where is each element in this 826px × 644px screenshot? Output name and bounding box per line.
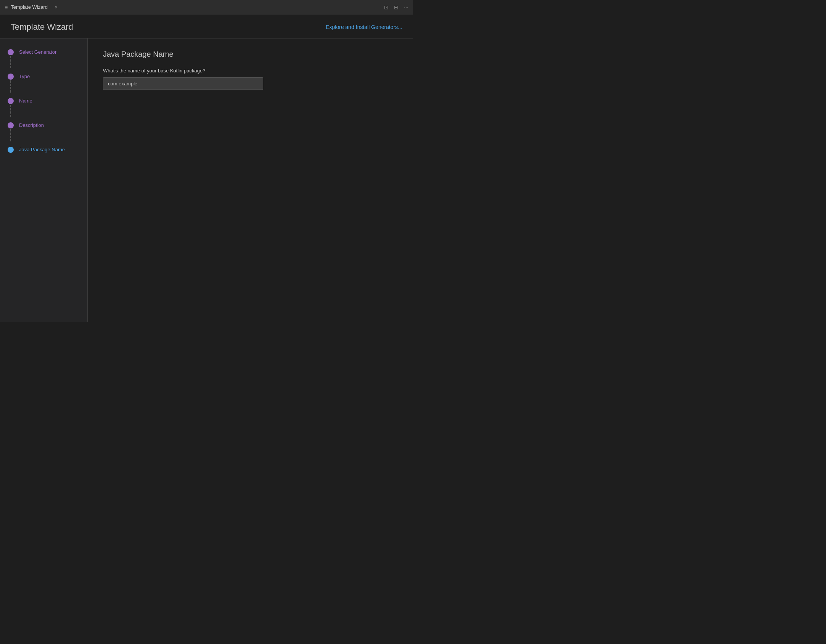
terminal-icon[interactable]: ⊡ — [384, 4, 389, 10]
split-icon[interactable]: ⊟ — [394, 4, 399, 10]
step-connector-5 — [8, 146, 14, 153]
main-header: Template Wizard Explore and Install Gene… — [0, 14, 413, 38]
step-line-2 — [10, 80, 11, 93]
step-item-name[interactable]: Name — [8, 95, 87, 119]
step-item-description[interactable]: Description — [8, 119, 87, 144]
step-line-4 — [10, 129, 11, 141]
title-bar-controls: ⊡ ⊟ ··· — [384, 4, 408, 10]
step-label-description: Description — [19, 122, 44, 129]
sidebar: Select Generator Type Name — [0, 38, 88, 322]
step-dot-2 — [8, 74, 14, 80]
step-dot-1 — [8, 49, 14, 55]
step-list: Select Generator Type Name — [0, 46, 87, 155]
step-item-java-package-name[interactable]: Java Package Name — [8, 144, 87, 155]
step-dot-3 — [8, 98, 14, 104]
page-title: Template Wizard — [11, 22, 73, 32]
title-bar-left: ≡ Template Wizard × — [5, 3, 59, 11]
more-icon[interactable]: ··· — [404, 4, 408, 10]
step-connector-4 — [8, 122, 14, 141]
step-connector-3 — [8, 97, 14, 117]
close-button[interactable]: × — [53, 3, 59, 11]
package-name-input[interactable] — [103, 77, 263, 90]
step-dot-4 — [8, 122, 14, 128]
main-content: Java Package Name What's the name of you… — [88, 38, 413, 322]
window-title: Template Wizard — [11, 4, 48, 10]
title-bar: ≡ Template Wizard × ⊡ ⊟ ··· — [0, 0, 413, 14]
step-dot-5 — [8, 147, 14, 153]
field-label: What's the name of your base Kotlin pack… — [103, 68, 398, 74]
hamburger-icon: ≡ — [5, 4, 8, 10]
section-title: Java Package Name — [103, 50, 398, 59]
step-label-name: Name — [19, 97, 32, 104]
step-item-select-generator[interactable]: Select Generator — [8, 46, 87, 70]
content-area: Select Generator Type Name — [0, 38, 413, 322]
step-line-3 — [10, 105, 11, 117]
step-label-select-generator: Select Generator — [19, 48, 56, 56]
step-item-type[interactable]: Type — [8, 70, 87, 95]
step-connector-2 — [8, 73, 14, 93]
step-connector-1 — [8, 48, 14, 68]
step-label-java-package-name: Java Package Name — [19, 146, 65, 153]
step-label-type: Type — [19, 73, 30, 80]
step-line-1 — [10, 56, 11, 68]
explore-link[interactable]: Explore and Install Generators... — [326, 24, 402, 30]
